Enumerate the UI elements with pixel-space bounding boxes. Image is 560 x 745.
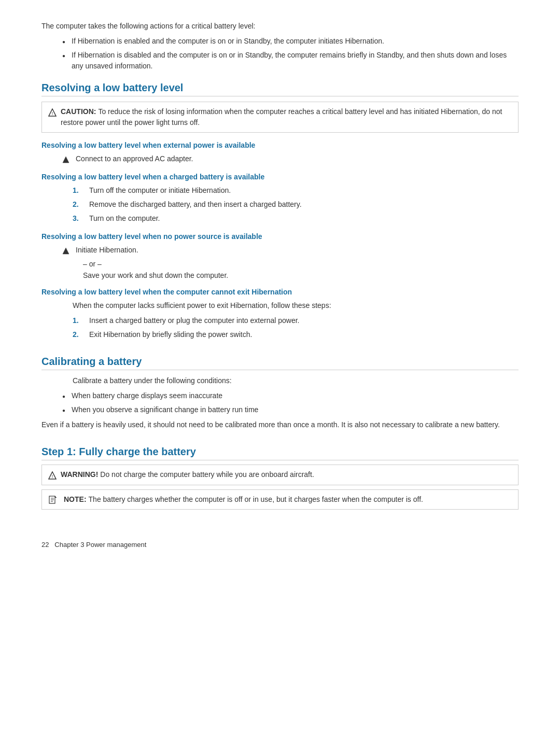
subsection4-intro: When the computer lacks sufficient power… — [73, 300, 519, 311]
subsection2-step-2: 2. Remove the discharged battery, and th… — [73, 199, 519, 210]
svg-marker-2 — [63, 157, 69, 163]
page-container: The computer takes the following actions… — [0, 0, 560, 580]
section1-heading: Resolving a low battery level — [41, 82, 519, 96]
note-content: NOTE:The battery charges whether the com… — [64, 494, 423, 505]
intro-bullet-list: ● If Hibernation is enabled and the comp… — [62, 36, 519, 72]
bullet-dot-1: ● — [62, 38, 65, 46]
subsection4-step-1: 1. Insert a charged battery or plug the … — [73, 315, 519, 326]
intro-bullet-text-2: If Hibernation is disabled and the compu… — [72, 50, 519, 72]
chapter-text: Chapter 3 Power management — [54, 541, 146, 549]
step-number-2: 2. — [73, 199, 83, 210]
subsection4-step-text-1: Insert a charged battery or plug the com… — [89, 315, 299, 326]
step-number-1: 1. — [73, 185, 83, 196]
save-text: Save your work and shut down the compute… — [83, 271, 519, 279]
section2-heading: Calibrating a battery — [41, 356, 519, 370]
page-footer: 22 Chapter 3 Power management — [41, 541, 519, 549]
section2-bullet-text-2: When you observe a significant change in… — [72, 404, 258, 415]
section2-closing: Even if a battery is heavily used, it sh… — [41, 419, 519, 430]
section2-bullet-text-1: When battery charge displays seem inaccu… — [72, 390, 222, 401]
subsection1-bullet-list: Connect to an approved AC adapter. — [62, 153, 519, 164]
caution-text: To reduce the risk of losing information… — [61, 107, 502, 126]
subsection4-step-text-2: Exit Hibernation by briefly sliding the … — [89, 329, 252, 340]
subsection3-bullet-list: Initiate Hibernation. — [62, 245, 519, 256]
step-number-3: 3. — [73, 213, 83, 224]
subsection4-step-number-2: 2. — [73, 329, 83, 340]
subsection1-heading: Resolving a low battery level when exter… — [41, 141, 519, 149]
intro-bullet-text-1: If Hibernation is enabled and the comput… — [72, 36, 384, 47]
subsection2-heading: Resolving a low battery level when a cha… — [41, 173, 519, 181]
bullet-dot-s2-2: ● — [62, 406, 65, 414]
triangle-icon-2 — [62, 246, 69, 255]
warning-box: ! WARNING!Do not charge the computer bat… — [41, 465, 519, 485]
subsection2-step-text-2: Remove the discharged battery, and then … — [89, 199, 302, 210]
warning-triangle-icon: ! — [48, 470, 57, 481]
subsection3-bullet-text: Initiate Hibernation. — [76, 245, 138, 256]
note-box: NOTE:The battery charges whether the com… — [41, 489, 519, 510]
caution-box: ! CAUTION:To reduce the risk of losing i… — [41, 102, 519, 133]
subsection4-step-number-1: 1. — [73, 315, 83, 326]
caution-content: CAUTION:To reduce the risk of losing inf… — [61, 106, 512, 128]
intro-paragraph: The computer takes the following actions… — [41, 21, 519, 32]
section2-bullet-item-1: ● When battery charge displays seem inac… — [62, 390, 519, 401]
subsection4-step-2: 2. Exit Hibernation by briefly sliding t… — [73, 329, 519, 340]
subsection4-numbered-list: 1. Insert a charged battery or plug the … — [73, 315, 519, 340]
caution-triangle-icon: ! — [48, 107, 57, 118]
bullet-dot-2: ● — [62, 52, 65, 60]
section2-bullet-item-2: ● When you observe a significant change … — [62, 404, 519, 415]
subsection1-bullet-item: Connect to an approved AC adapter. — [62, 153, 519, 164]
note-page-icon — [48, 495, 60, 505]
subsection4-heading: Resolving a low battery level when the c… — [41, 288, 519, 296]
subsection2-step-text-1: Turn off the computer or initiate Hibern… — [89, 185, 231, 196]
subsection2-numbered-list: 1. Turn off the computer or initiate Hib… — [73, 185, 519, 224]
intro-bullet-item-2: ● If Hibernation is disabled and the com… — [62, 50, 519, 72]
or-text: – or – — [83, 260, 519, 268]
warning-label: WARNING! — [61, 470, 98, 479]
intro-bullet-item-1: ● If Hibernation is enabled and the comp… — [62, 36, 519, 47]
caution-label: CAUTION: — [61, 107, 96, 116]
subsection2-step-3: 3. Turn on the computer. — [73, 213, 519, 224]
bullet-dot-s2-1: ● — [62, 392, 65, 400]
triangle-icon-1 — [62, 154, 69, 164]
subsection2-step-text-3: Turn on the computer. — [89, 213, 160, 224]
subsection2-step-1: 1. Turn off the computer or initiate Hib… — [73, 185, 519, 196]
note-text: The battery charges whether the computer… — [89, 495, 423, 503]
warning-text: Do not charge the computer battery while… — [100, 470, 314, 479]
subsection1-bullet-text: Connect to an approved AC adapter. — [76, 153, 193, 164]
section2-intro: Calibrate a battery under the following … — [73, 375, 519, 386]
subsection3-heading: Resolving a low battery level when no po… — [41, 232, 519, 241]
svg-text:!: ! — [52, 474, 53, 479]
subsection3-bullet-item: Initiate Hibernation. — [62, 245, 519, 256]
page-number: 22 — [41, 541, 49, 549]
note-label: NOTE: — [64, 495, 87, 503]
svg-text:!: ! — [52, 111, 53, 116]
section3-heading: Step 1: Fully charge the battery — [41, 446, 519, 460]
section2-bullet-list: ● When battery charge displays seem inac… — [62, 390, 519, 415]
warning-content: WARNING!Do not charge the computer batte… — [61, 469, 314, 480]
svg-marker-3 — [63, 248, 69, 254]
